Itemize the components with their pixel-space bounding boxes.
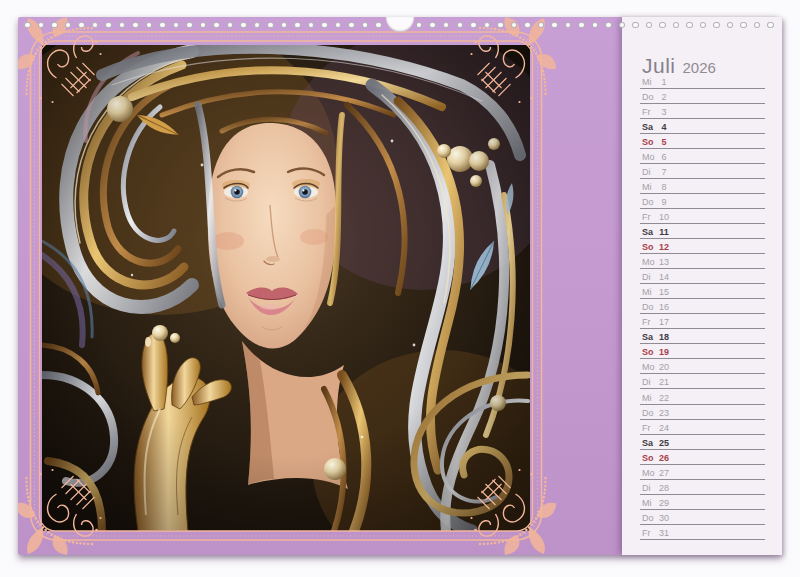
weekday-label: Mi — [642, 77, 652, 87]
date-row: Di7 — [640, 165, 765, 180]
day-number: 17 — [657, 317, 671, 327]
weekday-label: Do — [642, 302, 654, 312]
note-line — [640, 404, 765, 405]
binding-hole — [132, 22, 139, 29]
weekday-label: Do — [642, 197, 654, 207]
calendar-product-photo: { "calendar": { "month_title": "Juli", "… — [0, 0, 800, 577]
note-line — [640, 193, 765, 194]
date-row: So12 — [640, 240, 765, 255]
binding-hole — [335, 22, 342, 29]
binding-hole — [105, 22, 112, 29]
binding-hole — [375, 22, 382, 29]
day-number: 13 — [657, 257, 671, 267]
note-line — [640, 388, 765, 389]
note-line — [640, 163, 765, 164]
binding-hole — [213, 22, 220, 29]
note-line — [640, 178, 765, 179]
portrait-illustration — [42, 45, 530, 531]
binding-hole — [92, 22, 99, 29]
binding-hole — [673, 22, 680, 29]
binding-hole — [200, 22, 207, 29]
binding-hole — [686, 22, 693, 29]
note-line — [640, 223, 765, 224]
binding-hole — [740, 22, 747, 29]
day-number: 28 — [657, 483, 671, 493]
binding-hole — [497, 22, 504, 29]
date-row: Fr10 — [640, 210, 765, 225]
weekday-label: So — [642, 137, 654, 147]
date-row: Sa25 — [640, 436, 765, 451]
note-line — [640, 328, 765, 329]
binding-hole — [65, 22, 72, 29]
binding-hole — [254, 22, 261, 29]
binding-hole — [294, 22, 301, 29]
date-row: Mi15 — [640, 285, 765, 300]
weekday-label: Di — [642, 272, 651, 282]
note-line — [640, 238, 765, 239]
binding-hole — [173, 22, 180, 29]
day-number: 25 — [657, 438, 671, 448]
note-line — [640, 133, 765, 134]
note-line — [640, 283, 765, 284]
weekday-label: Mi — [642, 182, 652, 192]
note-line — [640, 449, 765, 450]
date-row: Mi22 — [640, 390, 765, 405]
note-line — [640, 118, 765, 119]
weekday-label: Fr — [642, 423, 651, 433]
weekday-label: Do — [642, 513, 654, 523]
binding-hole — [443, 22, 450, 29]
date-row: Sa4 — [640, 120, 765, 135]
weekday-label: So — [642, 347, 654, 357]
binding-hole — [470, 22, 477, 29]
date-row: Do2 — [640, 90, 765, 105]
weekday-label: Fr — [642, 317, 651, 327]
day-number: 2 — [657, 92, 671, 102]
binding-hole — [308, 22, 315, 29]
binding-hole — [632, 22, 639, 29]
day-number: 15 — [657, 287, 671, 297]
date-panel: Juli2026 Mi1Do2Fr3Sa4So5Mo6Di7Mi8Do9Fr10… — [622, 17, 782, 555]
day-number: 9 — [657, 197, 671, 207]
day-number: 29 — [657, 498, 671, 508]
note-line — [640, 298, 765, 299]
binding-hole — [186, 22, 193, 29]
note-line — [640, 539, 765, 540]
date-row: So19 — [640, 345, 765, 360]
day-number: 24 — [657, 423, 671, 433]
binding-hole — [727, 22, 734, 29]
binding-hole — [416, 22, 423, 29]
day-number: 12 — [657, 242, 671, 252]
date-row: Do23 — [640, 406, 765, 421]
date-row: Mi1 — [640, 75, 765, 90]
binding-hole — [51, 22, 58, 29]
binding-hole — [362, 22, 369, 29]
note-line — [640, 208, 765, 209]
note-line — [640, 524, 765, 525]
day-number: 14 — [657, 272, 671, 282]
day-number: 10 — [657, 212, 671, 222]
date-row: Mo13 — [640, 255, 765, 270]
binding-hole — [511, 22, 518, 29]
note-line — [640, 268, 765, 269]
date-row: Mi29 — [640, 496, 765, 511]
note-line — [640, 88, 765, 89]
day-number: 27 — [657, 468, 671, 478]
date-row: Mo27 — [640, 466, 765, 481]
note-line — [640, 313, 765, 314]
binding-hole — [565, 22, 572, 29]
date-row: Fr31 — [640, 526, 765, 541]
binding-hole — [159, 22, 166, 29]
date-row: Sa18 — [640, 330, 765, 345]
day-number: 23 — [657, 408, 671, 418]
date-row: Sa11 — [640, 225, 765, 240]
weekday-label: Di — [642, 377, 651, 387]
date-row: Fr17 — [640, 315, 765, 330]
day-number: 3 — [657, 107, 671, 117]
weekday-label: Fr — [642, 528, 651, 538]
weekday-label: Mo — [642, 152, 655, 162]
day-number: 8 — [657, 182, 671, 192]
binding-hole — [646, 22, 653, 29]
date-row: Di28 — [640, 481, 765, 496]
binding-hole — [429, 22, 436, 29]
hanger-hole — [386, 17, 414, 32]
